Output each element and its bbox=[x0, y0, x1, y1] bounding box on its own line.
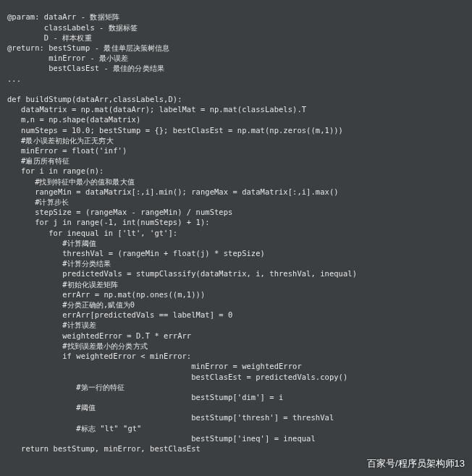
code-content: @param: dataArr - 数据矩阵 classLabels - 数据标… bbox=[7, 12, 357, 453]
code-block: @param: dataArr - 数据矩阵 classLabels - 数据标… bbox=[0, 7, 472, 476]
